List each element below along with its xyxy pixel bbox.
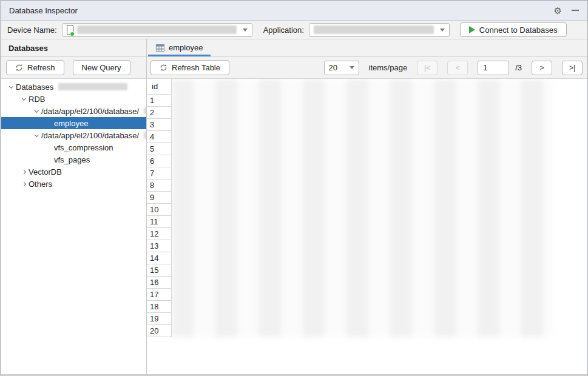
first-page-button[interactable]: |< [417, 61, 438, 75]
chevron-down-icon [440, 29, 445, 32]
table-row-id-7[interactable]: 7 [147, 167, 171, 180]
tab-bar: employee [147, 39, 587, 57]
redacted-text [144, 107, 146, 115]
chevron-spacer [44, 153, 54, 166]
chevron-down-icon[interactable] [32, 105, 41, 117]
chevron-spacer [44, 117, 54, 129]
table-row-id-4[interactable]: 4 [147, 131, 171, 143]
chevron-down-icon[interactable] [32, 129, 41, 141]
table-row-id-8[interactable]: 8 [147, 180, 171, 192]
id-column-rows: 1234567891011121314151617181920 [147, 95, 171, 337]
table-row-id-11[interactable]: 11 [147, 216, 171, 228]
chevron-spacer [44, 141, 54, 153]
chevron-down-icon[interactable] [19, 93, 29, 105]
refresh-icon [15, 64, 23, 72]
total-pages-label: /3 [515, 63, 522, 72]
redacted-application-name [314, 25, 434, 34]
refresh-table-button-label: Refresh Table [172, 63, 220, 72]
new-query-button[interactable]: New Query [73, 60, 130, 75]
refresh-button-label: Refresh [27, 63, 55, 72]
tab-label: employee [169, 43, 203, 52]
connect-button-label: Connect to Databases [479, 25, 558, 35]
table-row-id-15[interactable]: 15 [147, 264, 171, 277]
table-row-id-10[interactable]: 10 [147, 204, 171, 216]
tree-item-label: /data/app/el2/100/database/ [41, 107, 139, 116]
minimize-icon[interactable] [572, 10, 579, 11]
databases-panel: Databases Refresh New Query DatabasesRDB… [1, 39, 147, 374]
application-label: Application: [263, 25, 304, 35]
column-header-id[interactable]: id [147, 79, 171, 95]
refresh-table-button[interactable]: Refresh Table [150, 60, 229, 75]
refresh-button[interactable]: Refresh [6, 60, 64, 75]
prev-page-button[interactable]: < [447, 61, 468, 75]
tree-item-data-app-el2-100-database[interactable]: /data/app/el2/100/database/ [1, 105, 146, 117]
page-size-select[interactable]: 20 [324, 61, 359, 75]
table-row-id-13[interactable]: 13 [147, 240, 171, 252]
redacted-text [58, 83, 127, 90]
tree-item-label: vfs_compression [54, 143, 113, 152]
table-row-id-5[interactable]: 5 [147, 143, 171, 155]
tree-item-label: RDB [29, 95, 45, 104]
tree-item-label: vfs_pages [54, 155, 90, 164]
tree-item-employee[interactable]: employee [1, 117, 146, 129]
pagination-controls: 20 items/page |< < /3 > >| [324, 61, 583, 75]
table-row-id-12[interactable]: 12 [147, 228, 171, 240]
connection-toolbar: Device Name: Application: Connect to Dat… [1, 21, 587, 39]
table-row-id-16[interactable]: 16 [147, 277, 171, 289]
chevron-down-icon [243, 29, 248, 32]
tree-item-databases[interactable]: Databases [1, 81, 146, 93]
databases-panel-header: Databases [1, 39, 146, 57]
chevron-down-icon[interactable] [6, 81, 16, 93]
gear-icon[interactable]: ⚙ [554, 6, 562, 15]
current-page-input[interactable] [478, 61, 509, 75]
chevron-down-icon [350, 66, 354, 69]
chevron-right-icon[interactable] [19, 166, 29, 178]
table-row-id-18[interactable]: 18 [147, 301, 171, 313]
tree-item-label: VectorDB [29, 167, 62, 176]
play-icon [469, 26, 475, 33]
items-per-page-label: items/page [369, 63, 408, 72]
tree-item-vfs-pages[interactable]: vfs_pages [1, 153, 146, 166]
tree-item-data-app-el2-100-database[interactable]: /data/app/el2/100/database/ [1, 129, 146, 141]
tree-item-vfs-compression[interactable]: vfs_compression [1, 141, 146, 153]
redacted-table-content [172, 79, 552, 337]
refresh-icon [160, 64, 167, 72]
id-column: id 1234567891011121314151617181920 [147, 79, 172, 337]
tree-item-rdb[interactable]: RDB [1, 93, 146, 105]
table-content-panel: employee Refresh Table 20 items/page [147, 39, 587, 374]
table-row-id-3[interactable]: 3 [147, 119, 171, 131]
table-row-id-6[interactable]: 6 [147, 155, 171, 167]
main-split: Databases Refresh New Query DatabasesRDB… [1, 39, 587, 374]
table-row-id-17[interactable]: 17 [147, 289, 171, 301]
page-size-value: 20 [329, 63, 347, 72]
table-row-id-9[interactable]: 9 [147, 192, 171, 204]
tab-employee[interactable]: employee [148, 39, 211, 56]
redacted-text [144, 132, 146, 139]
database-inspector-window: Database Inspector ⚙ Device Name: Applic… [0, 0, 588, 376]
device-name-label: Device Name: [7, 25, 57, 35]
sidebar-button-row: Refresh New Query [1, 57, 146, 79]
databases-panel-title: Databases [8, 44, 48, 53]
connect-to-databases-button[interactable]: Connect to Databases [460, 22, 567, 37]
title-bar: Database Inspector ⚙ [1, 1, 587, 21]
chevron-right-icon[interactable] [19, 178, 29, 190]
table-row-id-20[interactable]: 20 [147, 325, 171, 337]
window-title: Database Inspector [9, 6, 78, 15]
table-toolbar: Refresh Table 20 items/page |< < /3 > >| [147, 57, 587, 79]
tree-item-label: Others [29, 180, 52, 189]
table-area: id 1234567891011121314151617181920 [147, 79, 587, 374]
tree-item-vectordb[interactable]: VectorDB [1, 166, 146, 178]
tree-item-label: /data/app/el2/100/database/ [41, 131, 139, 140]
table-row-id-14[interactable]: 14 [147, 252, 171, 264]
tree-item-others[interactable]: Others [1, 178, 146, 190]
redacted-device-name [77, 25, 237, 34]
table-row-id-2[interactable]: 2 [147, 107, 171, 119]
table-row-id-1[interactable]: 1 [147, 95, 171, 107]
tree-item-label: employee [54, 119, 88, 128]
device-select[interactable] [62, 23, 252, 37]
application-select[interactable] [309, 23, 450, 37]
table-row-id-19[interactable]: 19 [147, 313, 171, 325]
next-page-button[interactable]: > [532, 61, 552, 75]
table-grid-icon [156, 44, 164, 52]
last-page-button[interactable]: >| [562, 61, 583, 75]
